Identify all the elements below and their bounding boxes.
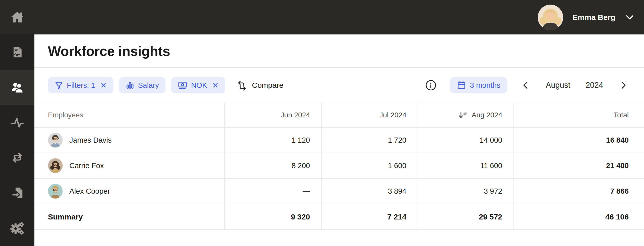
cell-aug: 11 600 <box>418 153 513 178</box>
sidebar-item-settings[interactable] <box>0 211 34 246</box>
banknote-icon <box>178 80 187 90</box>
salary-chip[interactable]: Salary <box>119 77 165 93</box>
user-avatar <box>538 5 563 30</box>
page-title: Workforce insights <box>48 43 170 59</box>
transfer-icon <box>11 151 24 164</box>
column-header-jun[interactable]: Jun 2024 <box>224 103 321 127</box>
cell-total: 21 400 <box>513 153 644 178</box>
employee-name: James Davis <box>69 136 112 144</box>
filters-chip[interactable]: Filters: 1 <box>48 77 113 93</box>
employee-avatar <box>48 133 63 147</box>
employee-name: Carrie Fox <box>69 162 104 170</box>
compare-label: Compare <box>252 81 283 90</box>
column-header-total[interactable]: Total <box>513 103 644 127</box>
cell-total: 16 840 <box>513 128 644 153</box>
currency-chip[interactable]: NOK <box>171 77 225 93</box>
summary-total: 46 106 <box>513 204 644 229</box>
cell-jun: — <box>224 179 321 204</box>
chevron-right-icon[interactable] <box>619 81 628 90</box>
column-header-jul[interactable]: Jul 2024 <box>321 103 418 127</box>
employee-cell: James Davis <box>34 128 224 153</box>
report-icon <box>11 46 24 58</box>
cell-jun: 8 200 <box>224 153 321 178</box>
employee-name: Alex Cooper <box>69 187 110 195</box>
chevron-down-icon[interactable] <box>625 12 635 22</box>
cell-jul: 1 600 <box>321 153 418 178</box>
cell-jun: 1 120 <box>224 128 321 153</box>
home-icon <box>10 10 24 24</box>
cell-jul: 3 894 <box>321 179 418 204</box>
column-header-aug-label: Aug 2024 <box>472 111 502 119</box>
topbar: Emma Berg <box>0 0 644 34</box>
employee-avatar <box>48 184 63 199</box>
summary-jul: 7 214 <box>321 204 418 229</box>
workforce-app: Emma Berg <box>0 0 644 246</box>
settings-icon <box>10 221 24 235</box>
cell-aug: 3 972 <box>418 179 513 204</box>
table-row[interactable]: Alex Cooper — 3 894 3 972 7 866 <box>34 179 644 204</box>
sidebar-item-activity[interactable] <box>0 105 34 140</box>
title-block: Workforce insights <box>34 34 644 68</box>
month-label: August <box>546 81 571 90</box>
period-chip[interactable]: 3 months <box>450 77 507 93</box>
compare-arrows-icon <box>236 79 248 91</box>
user-menu[interactable]: Emma Berg <box>538 5 644 30</box>
cell-total: 7 866 <box>513 179 644 204</box>
sidebar-item-import[interactable] <box>0 175 34 211</box>
filters-chip-label: Filters: 1 <box>67 81 95 90</box>
employee-cell: Carrie Fox <box>34 153 224 178</box>
info-button[interactable] <box>425 79 437 91</box>
bar-chart-icon <box>126 81 134 90</box>
column-header-employees: Employees <box>34 103 224 127</box>
table-row[interactable]: Carrie Fox 8 200 1 600 11 600 21 400 <box>34 153 644 179</box>
home-button[interactable] <box>0 0 34 34</box>
employee-cell: Alex Cooper <box>34 179 224 204</box>
compare-button[interactable]: Compare <box>236 79 283 91</box>
cell-aug: 14 000 <box>418 128 513 153</box>
chevron-left-icon[interactable] <box>521 81 531 90</box>
employees-table: Employees Jun 2024 Jul 2024 Aug 2024 <box>34 103 644 230</box>
table-row[interactable]: James Davis 1 120 1 720 14 000 16 840 <box>34 128 644 153</box>
period-chip-label: 3 months <box>470 81 500 90</box>
summary-aug: 29 572 <box>418 204 513 229</box>
funnel-icon <box>55 81 63 90</box>
table-header-row: Employees Jun 2024 Jul 2024 Aug 2024 <box>34 103 644 128</box>
main-content: Workforce insights Filters: 1 <box>34 34 644 246</box>
sidebar <box>0 34 34 246</box>
column-header-aug[interactable]: Aug 2024 <box>418 103 513 127</box>
user-name: Emma Berg <box>572 13 615 22</box>
info-icon <box>425 79 437 91</box>
close-icon[interactable] <box>212 82 219 89</box>
sidebar-item-employees[interactable] <box>0 70 34 105</box>
employee-avatar <box>48 158 63 173</box>
close-icon[interactable] <box>100 82 107 89</box>
sort-descending-icon <box>458 111 467 119</box>
summary-row: Summary 9 320 7 214 29 572 46 106 <box>34 204 644 230</box>
cell-jul: 1 720 <box>321 128 418 153</box>
import-icon <box>11 187 24 199</box>
salary-chip-label: Salary <box>138 81 159 90</box>
employees-icon <box>11 81 24 94</box>
sidebar-item-transfers[interactable] <box>0 140 34 175</box>
summary-label: Summary <box>34 204 224 229</box>
activity-icon <box>10 116 24 129</box>
currency-chip-label: NOK <box>191 81 207 90</box>
month-navigator: August 2024 <box>521 81 628 90</box>
calendar-icon <box>457 80 466 90</box>
year-label: 2024 <box>586 81 603 90</box>
summary-jun: 9 320 <box>224 204 321 229</box>
sidebar-item-reports[interactable] <box>0 34 34 70</box>
toolbar: Filters: 1 Salary <box>34 68 644 103</box>
